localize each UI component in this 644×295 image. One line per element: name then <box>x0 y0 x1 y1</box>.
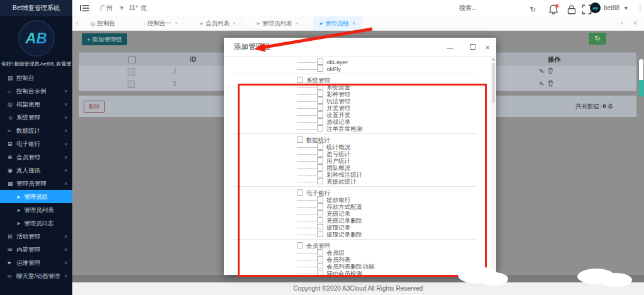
checkbox[interactable] <box>317 263 323 269</box>
checkbox[interactable] <box>317 231 323 237</box>
select-all-checkbox[interactable] <box>128 56 136 64</box>
username[interactable]: bet88 <box>604 0 619 16</box>
dash-prefix: ---------- <box>297 66 317 72</box>
close-icon[interactable]: × <box>485 43 490 52</box>
sidebar-item-live-video[interactable]: ◉真人视讯∨ <box>0 164 72 177</box>
checkbox[interactable] <box>317 210 323 216</box>
sidebar-item-ops[interactable]: ♥运维管理∨ <box>0 256 72 269</box>
checkbox[interactable] <box>317 58 323 65</box>
avatar[interactable]: AB <box>590 3 601 13</box>
edit-icon[interactable]: ✎ <box>539 68 544 75</box>
tree-item: ----------会员组 <box>224 249 491 256</box>
row-id[interactable]: 7 <box>173 65 177 78</box>
checkbox[interactable] <box>317 249 323 255</box>
tab-admin-list[interactable]: ➤管理员列表× <box>250 16 304 30</box>
tree-item-label: 玩法管理 <box>326 97 350 104</box>
checkbox[interactable] <box>317 157 323 164</box>
modal-scrollbar[interactable]: ▲ <box>491 56 496 275</box>
tree-section: 会员管理 <box>224 242 491 249</box>
tabs-dropdown-icon[interactable]: ∨ <box>633 16 637 30</box>
sidebar-item-admin-log[interactable]: ➤管理员日志 <box>0 216 72 230</box>
checkbox[interactable] <box>317 97 323 104</box>
edit-icon[interactable]: ✎ <box>539 81 544 87</box>
lock-icon[interactable] <box>567 4 577 14</box>
row-id[interactable]: 1 <box>173 78 177 91</box>
checkbox[interactable] <box>317 224 323 230</box>
checkbox[interactable] <box>297 136 303 143</box>
chevron-down-icon: ∨ <box>64 256 67 269</box>
checkbox[interactable] <box>297 242 303 248</box>
checkbox[interactable] <box>317 270 323 275</box>
search-input[interactable]: 搜索... <box>459 0 509 16</box>
tab-admin-groups[interactable]: ➤管理员组× <box>313 16 362 30</box>
refresh-icon[interactable]: ↻ <box>530 3 540 13</box>
sidebar-item-activity[interactable]: ⊞活动管理∨ <box>0 230 72 243</box>
tab-close-icon[interactable]: × <box>295 20 298 26</box>
checkbox[interactable] <box>317 65 323 72</box>
checkbox[interactable] <box>297 77 303 83</box>
sidebar-item-label: 聊天室/动画管理 <box>16 272 60 279</box>
checkbox[interactable] <box>297 189 303 196</box>
sidebar-item-admin-list[interactable]: ➤管理员列表 <box>0 203 72 216</box>
table-refresh-button[interactable]: ↻ <box>589 33 606 45</box>
checkbox[interactable] <box>317 104 323 111</box>
row-checkbox[interactable] <box>128 81 135 88</box>
trash-icon[interactable] <box>548 80 553 87</box>
sidebar-item-admin-mgmt[interactable]: ▦管理员管理∧ <box>0 177 72 190</box>
checkbox[interactable] <box>317 118 323 125</box>
checkbox[interactable] <box>317 164 323 170</box>
tab-console-one[interactable]: ⌂控制台一× <box>137 16 184 30</box>
tree-item: ----------会员列表 <box>224 256 491 263</box>
sidebar-item-dashboard[interactable]: ▤控制台 <box>0 71 72 84</box>
sidebar-item-framework[interactable]: ◎框架使用∨ <box>0 97 72 111</box>
delete-button[interactable]: 删除 <box>84 101 105 113</box>
logo-circle-icon: AB <box>18 20 55 57</box>
tree-item-label: 数据统计 <box>306 136 330 143</box>
tab-member-list[interactable]: ➤会员列表× <box>194 16 242 30</box>
sidebar-item-system[interactable]: ☺系统管理∨ <box>0 111 72 124</box>
checkbox[interactable] <box>317 143 323 150</box>
checkbox[interactable] <box>317 203 323 209</box>
ops-icon: ♥ <box>8 257 16 270</box>
minimize-icon[interactable]: — <box>447 45 453 52</box>
tree-item: ----------彩种投注统计 <box>224 171 491 178</box>
checkbox[interactable] <box>317 178 323 184</box>
checkbox[interactable] <box>317 84 323 90</box>
checkbox[interactable] <box>317 91 323 97</box>
sidebar-item-members[interactable]: ⊕会员管理∨ <box>0 150 72 164</box>
user-caret-icon[interactable]: ▾ <box>625 0 628 16</box>
dash-prefix: ---------- <box>297 84 317 91</box>
tabs-scroll-left-icon[interactable]: ‹ <box>76 16 78 30</box>
tree-item: ----------彩种管理 <box>224 91 491 97</box>
checkbox[interactable] <box>317 111 323 118</box>
checkbox[interactable] <box>317 256 323 262</box>
bell-icon[interactable] <box>548 4 558 14</box>
checkbox[interactable] <box>317 217 323 223</box>
checkbox[interactable] <box>317 171 323 177</box>
tab-dashboard[interactable]: ▤控制台 <box>85 16 121 30</box>
tab-close-icon[interactable]: × <box>175 20 178 26</box>
trash-icon[interactable] <box>548 67 553 74</box>
tab-close-icon[interactable]: × <box>233 20 236 26</box>
menu-toggle-icon[interactable] <box>80 4 89 12</box>
tabs-scroll-right-icon[interactable]: › <box>621 16 623 30</box>
sidebar-item-chatroom[interactable]: ∞聊天室/动画管理∨ <box>0 269 72 282</box>
checkbox[interactable] <box>317 125 323 131</box>
scrollbar-thumb[interactable] <box>638 58 644 97</box>
checkbox[interactable] <box>317 150 323 157</box>
modal-scrollbar-thumb[interactable] <box>492 63 495 103</box>
sidebar-item-admin-groups[interactable]: ➤管理员组 <box>0 190 72 203</box>
maximize-icon[interactable] <box>463 45 475 52</box>
sidebar-item-statistics[interactable]: ≈数据统计∨ <box>0 124 72 137</box>
add-group-button[interactable]: + 添加管理组 <box>82 33 127 45</box>
sidebar-item-console-demo[interactable]: ⌂控制台示例∨ <box>0 84 72 97</box>
tab-close-icon[interactable]: × <box>352 20 355 26</box>
sidebar-item-ebank[interactable]: ⊟电子银行∨ <box>0 137 72 150</box>
checkbox[interactable] <box>317 196 323 203</box>
sidebar-item-content[interactable]: ✉内容管理∨ <box>0 243 72 256</box>
chevron-down-icon: ∨ <box>64 269 67 282</box>
tab-label: 管理员组 <box>325 19 349 26</box>
row-checkbox[interactable] <box>128 68 135 75</box>
more-menu-icon[interactable]: ⋮ <box>637 0 643 16</box>
scroll-up-icon[interactable]: ▲ <box>491 56 496 62</box>
